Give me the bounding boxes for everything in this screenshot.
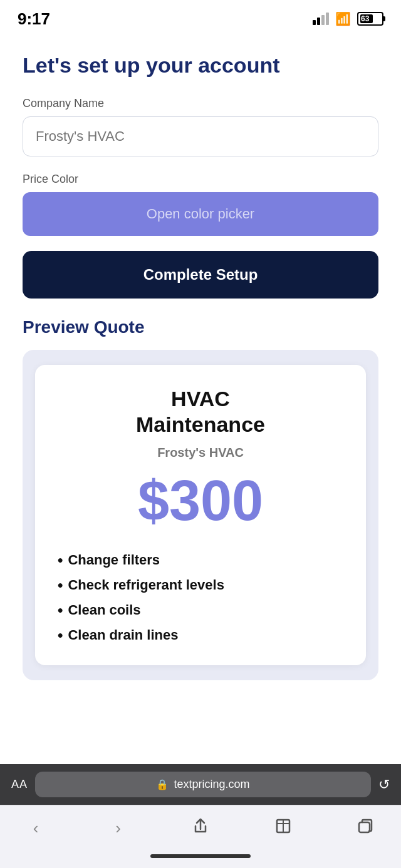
svg-rect-1 <box>359 822 370 832</box>
tabs-icon <box>357 817 374 839</box>
preview-quote-area: HVAC Maintenance Frosty's HVAC $300 Chan… <box>23 350 378 681</box>
browser-aa-button[interactable]: AA <box>11 778 28 791</box>
tabs-button[interactable] <box>348 814 382 842</box>
share-icon <box>192 817 209 839</box>
battery-icon: 63 <box>357 12 383 26</box>
color-picker-button[interactable]: Open color picker <box>23 192 378 236</box>
forward-button[interactable]: › <box>102 814 135 842</box>
quote-items-list: Change filtersCheck refrigerant levelsCl… <box>58 548 343 648</box>
forward-icon: › <box>115 819 121 838</box>
back-button[interactable]: ‹ <box>19 814 53 842</box>
home-indicator <box>0 848 401 868</box>
bookmarks-button[interactable] <box>266 814 300 842</box>
share-button[interactable] <box>184 814 217 842</box>
price-color-label: Price Color <box>23 173 378 186</box>
quote-price: $300 <box>58 472 343 529</box>
quote-item: Check refrigerant levels <box>58 573 343 598</box>
preview-quote-title: Preview Quote <box>23 317 378 337</box>
lock-icon: 🔒 <box>156 779 169 790</box>
browser-url-area[interactable]: 🔒 textpricing.com <box>35 772 371 797</box>
quote-item: Change filters <box>58 548 343 573</box>
status-bar: 9:17 📶 63 <box>0 0 401 34</box>
main-content: Let's set up your account Company Name P… <box>0 34 401 764</box>
wifi-icon: 📶 <box>335 11 351 26</box>
status-time: 9:17 <box>18 9 50 29</box>
quote-company-name: Frosty's HVAC <box>58 446 343 460</box>
browser-url-text: textpricing.com <box>174 778 249 791</box>
nav-bar: ‹ › <box>0 805 401 848</box>
company-name-label: Company Name <box>23 97 378 110</box>
company-name-input[interactable] <box>23 116 378 156</box>
home-bar <box>150 854 251 858</box>
page-title: Let's set up your account <box>23 53 378 78</box>
complete-setup-button[interactable]: Complete Setup <box>23 251 378 299</box>
quote-item: Clean coils <box>58 598 343 623</box>
back-icon: ‹ <box>33 819 39 838</box>
status-icons: 📶 63 <box>313 11 383 26</box>
quote-card: HVAC Maintenance Frosty's HVAC $300 Chan… <box>35 365 366 666</box>
signal-icon <box>313 13 329 25</box>
browser-bar: AA 🔒 textpricing.com ↺ <box>0 764 401 805</box>
quote-service-title: HVAC Maintenance <box>58 386 343 437</box>
quote-item: Clean drain lines <box>58 623 343 648</box>
bookmarks-icon <box>274 817 292 839</box>
reload-button[interactable]: ↺ <box>378 777 390 793</box>
